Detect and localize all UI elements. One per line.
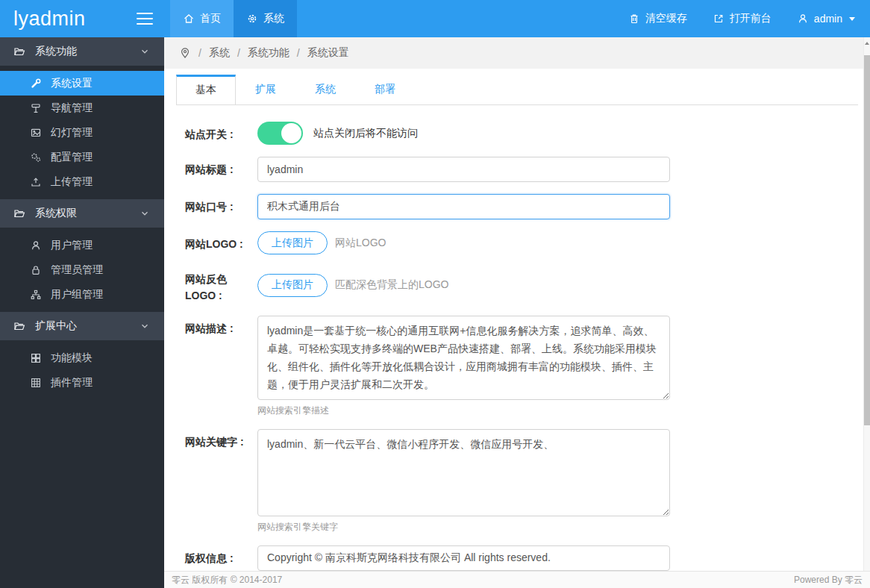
chevron-down-icon — [139, 207, 151, 219]
main-panel: / 系统 / 系统功能 / 系统设置 基本 扩展 系统 部署 站点开关 : — [164, 37, 870, 588]
scrollbar-up-arrow[interactable] — [864, 37, 870, 49]
external-link-icon — [713, 13, 725, 25]
sidebar-item-config-management[interactable]: 配置管理 — [0, 145, 164, 169]
sidebar-item-label: 配置管理 — [51, 151, 93, 164]
site-switch-toggle[interactable] — [257, 122, 303, 145]
clear-cache-button[interactable]: 清空缓存 — [628, 12, 687, 25]
sidebar-item-label: 插件管理 — [51, 376, 93, 390]
open-frontend-button[interactable]: 打开前台 — [713, 12, 772, 25]
sidebar-section-system-functions[interactable]: 系统功能 — [0, 37, 164, 66]
lyadmin-app: lyadmin 首页 系统 清空缓存 打开前台 a — [0, 0, 870, 588]
plugins-icon — [30, 377, 42, 389]
tab-basic[interactable]: 基本 — [176, 75, 236, 104]
settings-form: 站点开关 : 站点关闭后将不能访问 网站标题 : — [164, 105, 870, 571]
caret-down-icon — [849, 17, 855, 21]
folder-open-icon — [13, 46, 25, 57]
folder-open-icon — [13, 207, 25, 219]
sidebar-item-label: 管理员管理 — [51, 263, 103, 277]
top-nav: 首页 系统 — [170, 0, 297, 37]
sidebar-item-upload-management[interactable]: 上传管理 — [0, 169, 164, 194]
sidebar-item-slides-management[interactable]: 幻灯管理 — [0, 120, 164, 145]
field-label: 网站标题 : — [185, 157, 257, 182]
map-marker-icon — [179, 47, 191, 59]
tab-extension[interactable]: 扩展 — [236, 75, 295, 104]
field-label: 网站关键字 : — [185, 429, 257, 534]
sidebar-item-plugin-management[interactable]: 插件管理 — [0, 370, 164, 395]
site-title-input[interactable] — [257, 157, 670, 182]
sidebar-item-user-management[interactable]: 用户管理 — [0, 233, 164, 257]
scrollbar[interactable] — [863, 37, 870, 571]
home-icon — [183, 13, 195, 25]
breadcrumb-item-system-functions[interactable]: 系统功能 — [248, 46, 290, 60]
sidebar-item-label: 系统设置 — [51, 77, 93, 90]
site-keywords-textarea[interactable]: lyadmin、新一代云平台、微信小程序开发、微信应用号开发、 — [257, 429, 670, 516]
field-label: 网站口号 : — [185, 194, 257, 219]
tab-bar: 基本 扩展 系统 部署 — [176, 75, 858, 105]
breadcrumb-item-system[interactable]: 系统 — [209, 46, 230, 60]
footer-powered-by: Powered By 零云 — [794, 574, 863, 587]
field-label: 网站描述 : — [185, 316, 257, 417]
section-label: 系统权限 — [35, 207, 77, 220]
image-icon — [30, 127, 42, 139]
chevron-down-icon — [139, 46, 151, 57]
clear-cache-label: 清空缓存 — [645, 12, 687, 25]
breadcrumb: / 系统 / 系统功能 / 系统设置 — [164, 37, 870, 69]
menu-list-system-functions: 系统设置 导航管理 幻灯管理 配置管理 上传管理 — [0, 66, 164, 199]
sidebar-item-system-settings[interactable]: 系统设置 — [0, 71, 164, 96]
open-frontend-label: 打开前台 — [730, 12, 772, 25]
hamburger-menu-icon[interactable] — [137, 13, 153, 25]
scrollbar-thumb[interactable] — [864, 55, 870, 425]
wrench-icon — [30, 78, 42, 90]
form-row-site-slogan: 网站口号 : — [185, 194, 870, 219]
tab-system[interactable]: 系统 — [295, 75, 355, 104]
form-row-site-description: 网站描述 : lyadmin是一套基于统一核心的通用互联网+信息化服务解决方案，… — [185, 316, 870, 417]
top-actions: 清空缓存 打开前台 admin — [628, 0, 870, 37]
tab-deploy[interactable]: 部署 — [355, 75, 415, 104]
sidebar: 系统功能 系统设置 导航管理 幻灯管理 配置管理 — [0, 37, 164, 588]
menu-list-system-permissions: 用户管理 管理员管理 用户组管理 — [0, 228, 164, 312]
logo-area: lyadmin — [0, 0, 164, 37]
sidebar-item-usergroup-management[interactable]: 用户组管理 — [0, 282, 164, 307]
field-label: 站点开关 : — [185, 122, 257, 145]
nav-item-label: 系统 — [263, 12, 284, 25]
sidebar-item-label: 功能模块 — [51, 351, 93, 365]
sidebar-item-label: 用户组管理 — [51, 288, 103, 301]
user-menu[interactable]: admin — [797, 13, 855, 25]
field-hint: 网站LOGO — [335, 237, 386, 250]
toggle-knob — [281, 123, 301, 143]
field-hint: 网站搜索引擎描述 — [257, 404, 670, 417]
form-row-site-keywords: 网站关键字 : lyadmin、新一代云平台、微信小程序开发、微信应用号开发、 … — [185, 429, 870, 534]
chevron-down-icon — [139, 320, 151, 332]
trash-icon — [628, 13, 640, 25]
user-icon — [30, 240, 42, 251]
upload-icon — [30, 176, 42, 188]
gear-icon — [246, 13, 258, 25]
sidebar-item-nav-management[interactable]: 导航管理 — [0, 96, 164, 120]
user-icon — [797, 13, 809, 25]
sidebar-item-label: 上传管理 — [51, 175, 93, 189]
sidebar-item-function-modules[interactable]: 功能模块 — [0, 345, 164, 370]
upload-logo-button[interactable]: 上传图片 — [257, 231, 328, 254]
signpost-icon — [30, 102, 42, 114]
copyright-input[interactable] — [257, 545, 670, 571]
folder-open-icon — [13, 320, 25, 332]
form-row-site-title: 网站标题 : — [185, 157, 870, 182]
nav-item-home[interactable]: 首页 — [170, 0, 234, 37]
field-hint: 匹配深色背景上的LOGO — [335, 278, 448, 292]
sidebar-section-system-permissions[interactable]: 系统权限 — [0, 199, 164, 228]
lock-icon — [30, 264, 42, 276]
form-row-site-switch: 站点开关 : 站点关闭后将不能访问 — [185, 122, 870, 145]
sidebar-section-extension-center[interactable]: 扩展中心 — [0, 312, 164, 340]
menu-list-extension-center: 功能模块 插件管理 — [0, 340, 164, 400]
footer-copyright: 零云 版权所有 © 2014-2017 — [172, 574, 282, 587]
nav-item-system[interactable]: 系统 — [234, 0, 297, 37]
site-description-textarea[interactable]: lyadmin是一套基于统一核心的通用互联网+信息化服务解决方案，追求简单、高效… — [257, 316, 670, 400]
breadcrumb-separator: / — [198, 47, 201, 59]
breadcrumb-item-system-settings[interactable]: 系统设置 — [307, 46, 349, 60]
form-row-site-logo-inverse: 网站反色LOGO : 上传图片 匹配深色背景上的LOGO — [185, 266, 870, 304]
top-bar: lyadmin 首页 系统 清空缓存 打开前台 a — [0, 0, 870, 37]
site-slogan-input[interactable] — [257, 194, 670, 219]
sidebar-item-admin-management[interactable]: 管理员管理 — [0, 257, 164, 282]
sidebar-item-label: 幻灯管理 — [51, 126, 93, 140]
upload-inverse-logo-button[interactable]: 上传图片 — [257, 274, 328, 297]
